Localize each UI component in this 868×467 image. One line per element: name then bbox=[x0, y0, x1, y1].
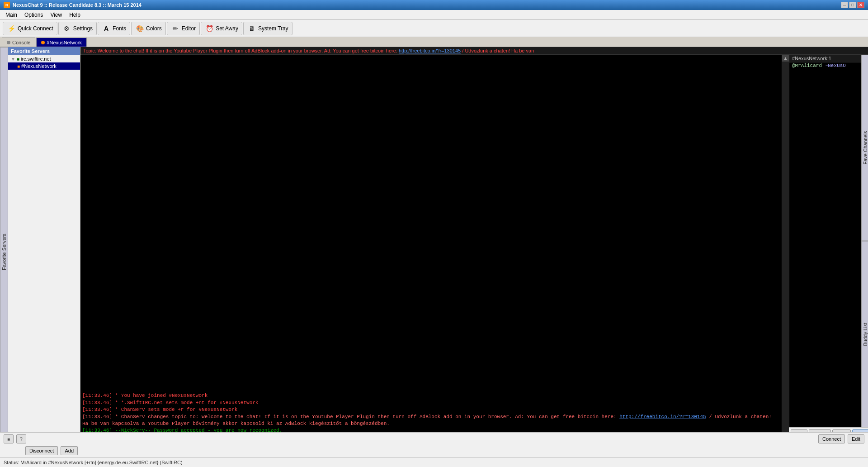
fonts-button[interactable]: A Fonts bbox=[98, 22, 130, 35]
right-panels: Fave Channels Buddy List bbox=[861, 55, 868, 427]
tabs-row: Console #NexusNetwork bbox=[0, 37, 868, 47]
menu-help[interactable]: Help bbox=[66, 11, 84, 19]
edit-button[interactable]: Edit bbox=[848, 434, 864, 443]
settings-icon: ⚙ bbox=[62, 24, 71, 33]
bottom-icon-2[interactable]: ? bbox=[16, 434, 26, 443]
topic-text: Topic: Welcome to the chat! If it is on … bbox=[83, 48, 399, 53]
title-bar: N NexusChat 9 :: Release Candidate 8.3 :… bbox=[0, 0, 868, 10]
tab-console-label: Console bbox=[12, 40, 30, 45]
user-list-area: #NexusNetwork:1 @MrAlicard ~NexusO bbox=[789, 55, 861, 427]
colors-icon: 🎨 bbox=[135, 24, 144, 33]
quick-connect-label: Quick Connect bbox=[18, 25, 53, 32]
left-sidebar: Favorite Servers ▼ ■ irc.swiftirc.net ■ … bbox=[8, 47, 80, 457]
topic-text2: / Udvozlunk a chaten! Ha be van bbox=[461, 48, 534, 53]
colors-label: Colors bbox=[146, 25, 162, 32]
editor-button[interactable]: ✏ Editor bbox=[167, 22, 200, 35]
channel-icon: ■ bbox=[17, 64, 20, 69]
status-text: Status: MrAlicard in #NexusNetwork [+rtn… bbox=[4, 460, 183, 465]
menu-view[interactable]: View bbox=[47, 11, 66, 19]
tab-nexusnetwork[interactable]: #NexusNetwork bbox=[36, 38, 87, 47]
set-away-label: Set Away bbox=[216, 25, 238, 32]
connect-button[interactable]: Connect bbox=[818, 434, 845, 443]
set-away-icon: ⏰ bbox=[205, 24, 214, 33]
user-and-panels: #NexusNetwork:1 @MrAlicard ~NexusO Fave … bbox=[789, 55, 868, 427]
scroll-track[interactable] bbox=[782, 62, 789, 450]
tab-nexusnetwork-label: #NexusNetwork bbox=[47, 40, 82, 45]
colors-button[interactable]: 🎨 Colors bbox=[131, 22, 166, 35]
left-panel: Favorite Servers Favorite Servers ▼ ■ ir… bbox=[0, 47, 80, 457]
buddy-list-tab[interactable]: Buddy List bbox=[861, 241, 868, 428]
msg-1-time: [11:33.46] bbox=[82, 400, 112, 405]
msg-2-text: * ChanServ sets mode +r for #NexusNetwor… bbox=[112, 407, 237, 412]
msg-0-text: * You have joined #NexusNetwork bbox=[112, 393, 208, 398]
fave-channels-tab[interactable]: Fave Channels bbox=[861, 55, 868, 241]
add-button[interactable]: Add bbox=[61, 446, 78, 455]
toolbar: ⚡ Quick Connect ⚙ Settings A Fonts 🎨 Col… bbox=[0, 20, 868, 37]
system-tray-button[interactable]: 🖥 System Tray bbox=[243, 22, 292, 35]
system-tray-label: System Tray bbox=[258, 25, 288, 32]
sidebar-title: Favorite Servers bbox=[8, 47, 80, 55]
minimize-button[interactable]: ─ bbox=[841, 2, 848, 8]
sidebar-server-swiftirc[interactable]: ▼ ■ irc.swiftirc.net bbox=[8, 55, 80, 62]
chat-main: Topic: Welcome to the chat! If it is on … bbox=[80, 47, 868, 457]
disconnect-button[interactable]: Disconnect bbox=[25, 446, 58, 455]
settings-label: Settings bbox=[73, 25, 93, 32]
user-list-header: #NexusNetwork:1 bbox=[789, 55, 861, 62]
menu-main[interactable]: Main bbox=[2, 11, 21, 19]
tab-console[interactable]: Console bbox=[2, 38, 35, 47]
topic-link[interactable]: http://freebitco.in/?r=130145 bbox=[399, 48, 461, 53]
msg-0-time: [11:33.46] bbox=[82, 393, 112, 398]
chat-messages[interactable] bbox=[80, 55, 782, 391]
close-button[interactable]: ✕ bbox=[857, 2, 864, 8]
msg-0: [11:33.46] * You have joined #NexusNetwo… bbox=[82, 392, 780, 399]
system-tray-icon: 🖥 bbox=[247, 24, 256, 33]
editor-icon: ✏ bbox=[171, 24, 180, 33]
menu-options[interactable]: Options bbox=[21, 11, 47, 19]
scroll-up-button[interactable]: ▲ bbox=[782, 55, 789, 62]
fonts-label: Fonts bbox=[113, 25, 126, 32]
server-expand-icon: ▼ bbox=[11, 57, 15, 62]
channel-name: #NexusNetwork bbox=[21, 63, 57, 69]
settings-button[interactable]: ⚙ Settings bbox=[58, 22, 97, 35]
msg-3-time: [11:33.46] bbox=[82, 414, 112, 419]
user-mralicard[interactable]: @MrAlicard ~NexusO bbox=[789, 62, 861, 69]
sidebar-channel-nexusnetwork[interactable]: ■ #NexusNetwork bbox=[8, 62, 80, 70]
window-title: NexusChat 9 :: Release Candidate 8.3 :: … bbox=[13, 2, 142, 8]
quick-connect-icon: ⚡ bbox=[7, 24, 16, 33]
menu-bar: Main Options View Help bbox=[0, 10, 868, 20]
app-icon: N bbox=[4, 2, 10, 8]
maximize-button[interactable]: □ bbox=[849, 2, 856, 8]
messages-column: [11:33.46] * You have joined #NexusNetwo… bbox=[80, 55, 782, 457]
middle-area: Favorite Servers Favorite Servers ▼ ■ ir… bbox=[0, 47, 868, 457]
msg-3-link[interactable]: http://freebitco.in/?r=130145 bbox=[619, 414, 706, 419]
quick-connect-button[interactable]: ⚡ Quick Connect bbox=[3, 22, 57, 35]
msg-1-text: * *.SwiftIRC.net sets mode +nt for #Nexu… bbox=[112, 400, 258, 405]
editor-label: Editor bbox=[182, 25, 196, 32]
right-column: #NexusNetwork:1 @MrAlicard ~NexusO Fave … bbox=[789, 55, 868, 457]
msg-2-time: [11:33.46] bbox=[82, 407, 112, 412]
fave-servers-tab[interactable]: Favorite Servers bbox=[0, 47, 8, 457]
bottom-area: ■ ? Connect Edit Disconnect Add bbox=[0, 432, 868, 457]
status-bar: Status: MrAlicard in #NexusNetwork [+rtn… bbox=[0, 457, 868, 467]
user-prefix: @ bbox=[792, 63, 795, 68]
chat-scrollbar[interactable]: ▲ ▼ bbox=[782, 55, 789, 457]
server-status-icon: ■ bbox=[17, 57, 19, 62]
tab-console-dot bbox=[7, 41, 10, 44]
msg-2: [11:33.46] * ChanServ sets mode +r for #… bbox=[82, 406, 780, 413]
user-name: MrAlicard bbox=[795, 63, 822, 68]
fonts-icon: A bbox=[102, 24, 111, 33]
user-suffix: ~NexusO bbox=[825, 63, 846, 68]
msg-3: [11:33.46] * ChanServ changes topic to: … bbox=[82, 414, 780, 428]
set-away-button[interactable]: ⏰ Set Away bbox=[201, 22, 242, 35]
tab-nexusnetwork-dot bbox=[41, 41, 45, 44]
chat-with-scroll: [11:33.46] * You have joined #NexusNetwo… bbox=[80, 55, 868, 457]
bottom-icon-1[interactable]: ■ bbox=[4, 434, 14, 443]
topic-bar: Topic: Welcome to the chat! If it is on … bbox=[80, 47, 868, 55]
msg-3-text: * ChanServ changes topic to: Welcome to … bbox=[112, 414, 619, 419]
server-name: irc.swiftirc.net bbox=[21, 56, 51, 62]
msg-1: [11:33.46] * *.SwiftIRC.net sets mode +n… bbox=[82, 400, 780, 406]
